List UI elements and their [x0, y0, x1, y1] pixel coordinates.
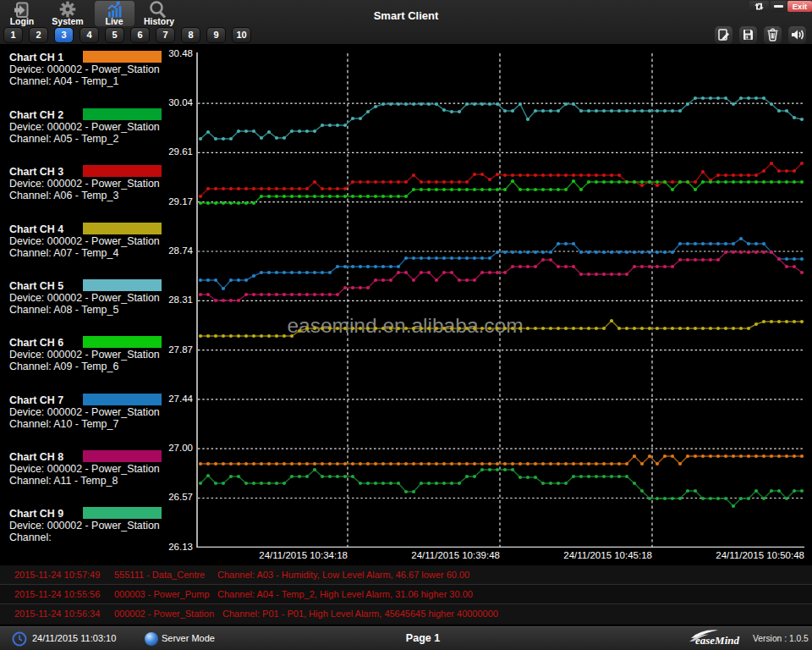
svg-text:easemind.en.alibaba.com: easemind.en.alibaba.com [287, 314, 523, 337]
svg-text:easeMind: easeMind [695, 634, 740, 647]
